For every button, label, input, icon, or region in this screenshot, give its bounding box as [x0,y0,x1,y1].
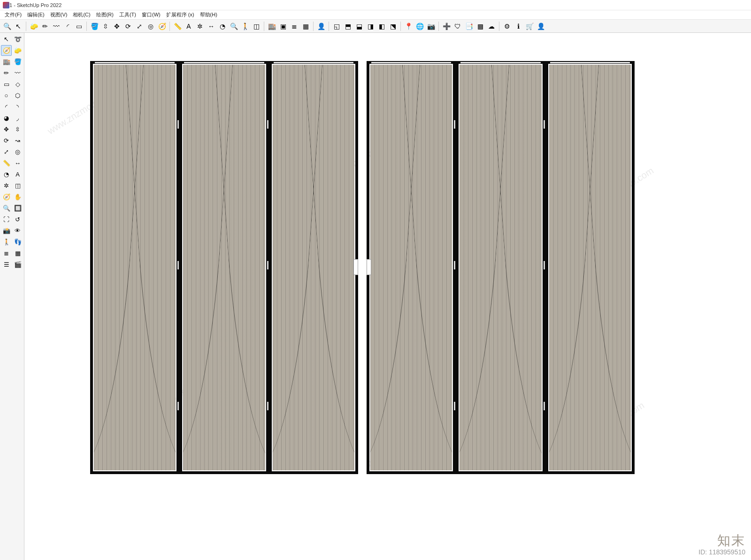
tape-icon[interactable]: 📏 [1,158,12,169]
report-icon[interactable]: 📑 [464,21,474,31]
rectangle-icon[interactable]: ▭ [1,79,12,90]
viewport[interactable]: www.znzmo.com www.znzmo.com www.znzmo.co… [24,33,751,560]
iso-icon[interactable]: ◱ [331,21,342,31]
checker-icon[interactable]: ▩ [475,21,485,31]
text-icon[interactable]: A [184,21,194,31]
layers-icon[interactable]: ≣ [289,21,299,31]
walk-icon[interactable]: 🚶 [1,237,12,247]
freehand-icon[interactable]: 〰 [12,68,23,78]
eraser-icon[interactable]: 🧽 [29,21,39,31]
2pt-arc-icon[interactable]: ◝ [12,101,23,112]
back-icon[interactable]: ◧ [376,21,387,31]
rotate-icon[interactable]: ⟳ [1,135,12,146]
location-icon[interactable]: 📍 [403,21,414,31]
scale-icon[interactable]: ⤢ [1,146,12,157]
outliner-icon[interactable]: ☰ [1,259,12,270]
dimension-icon[interactable]: ↔ [206,21,216,31]
warehouse-icon[interactable]: 🏬 [1,56,12,67]
components-icon[interactable]: ▣ [278,21,288,31]
right-icon[interactable]: ◨ [365,21,376,31]
dimension-icon[interactable]: ↔ [12,158,23,169]
pushpull-icon[interactable]: ⇳ [100,21,111,31]
lasso-icon[interactable]: ➰ [12,34,23,45]
zoom-extents-icon[interactable]: ⛶ [1,214,12,225]
freehand-icon[interactable]: 〰 [51,21,61,31]
position-camera-icon[interactable]: 📸 [1,225,12,236]
tape-icon[interactable]: 📏 [172,21,183,31]
polygon-icon[interactable]: ⬡ [12,90,23,101]
axes-icon[interactable]: ✲ [195,21,205,31]
arc-icon[interactable]: ◜ [62,21,73,31]
door-panel-3[interactable] [269,61,358,474]
model-folding-door[interactable] [90,61,635,474]
warehouse-icon[interactable]: 🏬 [267,21,277,31]
rotate-icon[interactable]: ⟳ [123,21,133,31]
pushpull-icon[interactable]: ⇳ [12,124,23,135]
menu-help[interactable]: 帮助(H) [197,11,220,19]
door-handle-left[interactable] [353,259,358,275]
top-icon[interactable]: ⬒ [343,21,353,31]
door-panel-6[interactable] [545,61,635,474]
protractor-icon[interactable]: ◔ [217,21,228,31]
followme-icon[interactable]: ↝ [12,135,23,146]
offset-icon[interactable]: ◎ [12,146,23,157]
pan-icon[interactable]: ✋ [12,192,23,202]
scale-icon[interactable]: ⤢ [134,21,145,31]
axes-icon[interactable]: ✲ [1,180,12,191]
menu-draw[interactable]: 绘图(R) [93,11,116,19]
rotated-rect-icon[interactable]: ◇ [12,79,23,90]
geo-icon[interactable]: 🌐 [414,21,425,31]
layers-icon[interactable]: ≣ [1,248,12,259]
section-icon[interactable]: ◫ [12,180,23,191]
user-icon[interactable]: 👤 [316,21,326,31]
materials-icon[interactable]: ▦ [300,21,311,31]
front-icon[interactable]: ⬓ [354,21,364,31]
materials-icon[interactable]: ▦ [12,248,23,259]
section-icon[interactable]: ◫ [251,21,261,31]
walk-icon[interactable]: 🚶 [240,21,250,31]
camera-icon[interactable]: 📷 [426,21,436,31]
orbit-icon[interactable]: 🧭 [1,45,12,56]
arc-icon[interactable]: ◜ [1,101,12,112]
door-handle-right[interactable] [367,259,371,275]
menu-camera[interactable]: 相机(C) [70,11,93,19]
zoom-window-icon[interactable]: 🔲 [12,203,23,214]
paint-bucket-icon[interactable]: 🪣 [12,56,23,67]
protractor-icon[interactable]: ◔ [1,169,12,180]
cart-icon[interactable]: 🛒 [524,21,535,31]
door-panel-4[interactable] [367,61,456,474]
info-icon[interactable]: ℹ [513,21,523,31]
scenes-icon[interactable]: 🎬 [12,259,23,270]
3pt-arc-icon[interactable]: ◞ [12,113,23,123]
move-icon[interactable]: ✥ [1,124,12,135]
move-icon[interactable]: ✥ [112,21,122,31]
menu-view[interactable]: 视图(V) [47,11,70,19]
zoom-icon[interactable]: 🔍 [1,203,12,214]
menu-tools[interactable]: 工具(T) [116,11,139,19]
door-panel-1[interactable] [90,61,179,474]
add-icon[interactable]: ➕ [441,21,452,31]
zoom-icon[interactable]: 🔍 [229,21,239,31]
menu-extensions[interactable]: 扩展程序 (x) [163,11,197,19]
circle-icon[interactable]: ○ [1,90,12,101]
offset-icon[interactable]: ◎ [146,21,156,31]
menu-window[interactable]: 窗口(W) [139,11,163,19]
gear-icon[interactable]: ⚙ [502,21,512,31]
paint-bucket-icon[interactable]: 🪣 [89,21,100,31]
select-icon[interactable]: ↖ [13,21,23,31]
orbit-icon[interactable]: 🧭 [157,21,167,31]
look-around-icon[interactable]: 👁 [12,225,23,236]
previous-icon[interactable]: ↺ [12,214,23,225]
search-icon[interactable]: 🔍 [2,21,12,31]
menu-file[interactable]: 文件(F) [2,11,24,19]
text-icon[interactable]: A [12,169,23,180]
door-panel-2[interactable] [179,61,268,474]
pencil-icon[interactable]: ✏ [1,68,12,78]
account-icon[interactable]: 👤 [536,21,546,31]
walk2-icon[interactable]: 👣 [12,237,23,247]
pencil-icon[interactable]: ✏ [40,21,50,31]
shield-icon[interactable]: 🛡 [452,21,463,31]
eraser-icon[interactable]: 🧽 [12,45,23,56]
pie-icon[interactable]: ◕ [1,113,12,123]
rectangle-icon[interactable]: ▭ [74,21,84,31]
